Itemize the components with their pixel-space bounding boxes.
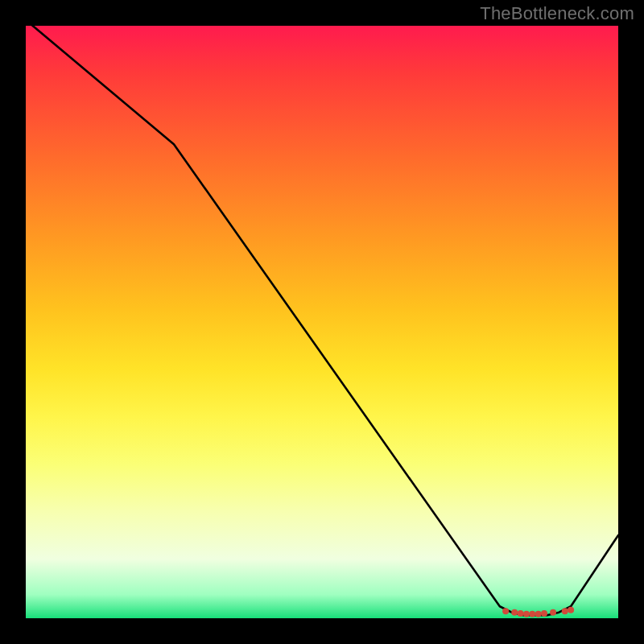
marker-dot (550, 609, 556, 616)
marker-dot (523, 611, 530, 617)
line-overlay (26, 26, 618, 618)
curve-line (26, 20, 618, 616)
watermark-text: TheBottleneck.com (480, 3, 634, 24)
marker-dot (511, 609, 518, 616)
chart-stage: TheBottleneck.com (0, 0, 644, 644)
marker-dot (568, 607, 574, 613)
marker-dot (541, 610, 547, 617)
marker-dot (529, 611, 535, 617)
marker-dot (518, 610, 524, 617)
marker-dot (502, 608, 509, 614)
marker-dot (535, 611, 542, 617)
marker-group (502, 607, 574, 617)
marker-dot (562, 608, 568, 614)
